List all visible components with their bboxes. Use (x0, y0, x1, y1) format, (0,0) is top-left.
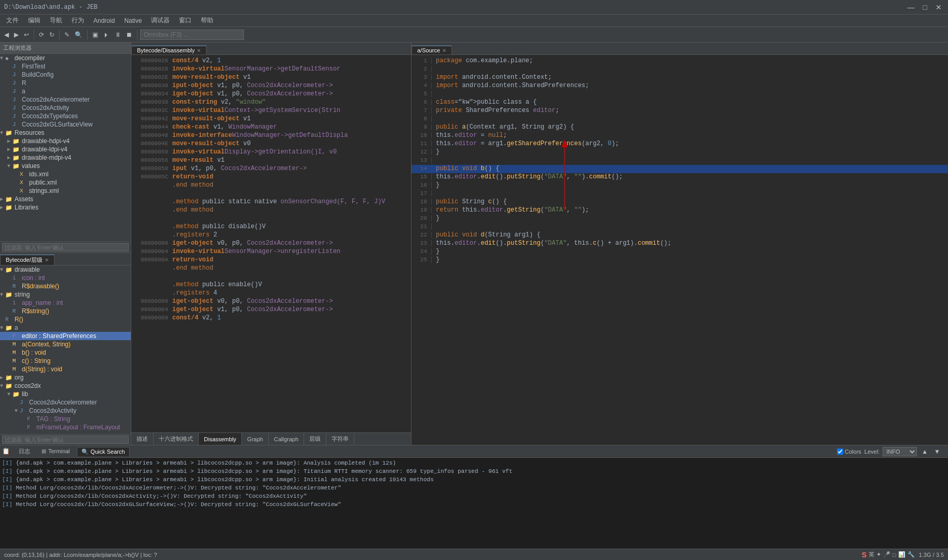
source-line-num: 10 (414, 132, 432, 138)
tree-item-icon: i (12, 300, 21, 306)
tree-item[interactable]: Xids.xml (0, 170, 131, 178)
bytecode-bottom-tab-3[interactable]: Graph (242, 433, 269, 445)
hierarchy-tree: ▼📁drawableiicon : intRR$drawable()▼📁stri… (0, 265, 131, 434)
tree-item[interactable]: JBuildConfig (0, 71, 131, 79)
toolbar-btn-8[interactable]: ▣ (90, 30, 100, 39)
bytecode-bottom-tab-2[interactable]: Disassembly (199, 433, 242, 445)
tree-item[interactable]: JCocos2dxAccelerometer (0, 398, 131, 407)
menu-item-文件[interactable]: 文件 (2, 15, 23, 26)
tree-item[interactable]: ▶📁drawable-hdpi-v4 (0, 137, 131, 145)
menu-item-行为[interactable]: 行为 (67, 15, 88, 26)
tree-item[interactable]: ▼◈decompiler (0, 54, 131, 62)
tree-item[interactable]: RR$drawable() (0, 282, 131, 290)
log-level-select[interactable]: INFODEBUGWARNERROR (883, 447, 917, 456)
tree-item[interactable]: Xpublic.xml (0, 178, 131, 187)
tree-item[interactable]: ▼📁string (0, 290, 131, 299)
toolbar-btn-1[interactable]: ◀ (2, 30, 11, 39)
tree-item[interactable]: FTAG : String (0, 415, 131, 423)
tree-item-label: FirstTest (22, 63, 45, 70)
tree-item[interactable]: Ja (0, 87, 131, 95)
tree-item[interactable]: ▼📁cocos2dx (0, 382, 131, 390)
tree-item[interactable]: JR (0, 79, 131, 87)
tree-item[interactable]: Xstrings.xml (0, 187, 131, 195)
source-code-area[interactable]: 1package com.example.plane;2 3import and… (411, 55, 948, 445)
tab-bytecode-close[interactable]: ✕ (197, 48, 201, 53)
tree-item[interactable]: ▼📁lib (0, 390, 131, 398)
bytecode-bottom-tab-1[interactable]: 十六进制格式 (154, 433, 199, 445)
tree-item[interactable]: ▼📁Resources (0, 129, 131, 137)
colors-checkbox[interactable] (837, 449, 843, 455)
tree-item[interactable]: ▶📁drawable-ldpi-v4 (0, 145, 131, 153)
toolbar-btn-5[interactable]: ↻ (47, 30, 57, 39)
tab-hierarchy-close[interactable]: ✕ (45, 257, 49, 263)
source-line-num: 15 (414, 174, 432, 180)
close-button[interactable]: ✕ (933, 3, 944, 11)
menu-item-窗口[interactable]: 窗口 (175, 15, 196, 26)
bytecode-bottom-tab-4[interactable]: Callgraph (269, 433, 304, 445)
tree-item[interactable]: ▶📁Assets (0, 195, 131, 203)
tree-item[interactable]: Mc() : String (0, 357, 131, 365)
tab-hierarchy[interactable]: Bytecode/层级 ✕ (0, 255, 54, 265)
omnibox-input[interactable] (140, 30, 244, 40)
hierarchy-filter-input[interactable] (2, 436, 129, 444)
bottom-tab-1[interactable]: ⊞Terminal (37, 446, 75, 456)
tree-item[interactable]: JCocos2dxTypefaces (0, 112, 131, 120)
tree-item[interactable]: ▼JCocos2dxActivity (0, 407, 131, 415)
tree-item[interactable]: ▶📁drawable-mdpi-v4 (0, 153, 131, 162)
toolbar-btn-11[interactable]: ⏹ (124, 30, 134, 39)
tab-bytecode[interactable]: Bytecode/Disassembly ✕ (131, 46, 207, 54)
tree-item[interactable]: Mb() : void (0, 348, 131, 357)
bytecode-line: 00000038const-string v2, "window" (131, 99, 411, 107)
log-scroll-down[interactable]: ▼ (932, 447, 942, 456)
tree-item[interactable]: ▶📁org (0, 373, 131, 382)
menu-item-Native[interactable]: Native (120, 16, 146, 25)
tree-item-label: Assets (15, 195, 33, 203)
bytecode-addr: 00000004 (133, 306, 172, 313)
tree-item[interactable]: Ma(Context, String) (0, 340, 131, 348)
tree-item[interactable]: JCocos2dxActivity (0, 104, 131, 112)
bottom-tab-2[interactable]: 🔍Quick Search (77, 447, 130, 456)
tree-item[interactable]: iapp_name : int (0, 299, 131, 307)
log-area[interactable]: [I] {and.apk > com.example.plane > Libra… (0, 458, 948, 549)
bytecode-bottom-tab-0[interactable]: 描述 (131, 433, 154, 445)
bytecode-bottom-tab-5[interactable]: 层级 (304, 433, 326, 445)
tree-item-icon: J (20, 408, 28, 414)
bytecode-code-area[interactable]: 00000026const/4 v2, 100000028invoke-virt… (131, 55, 411, 432)
tree-item[interactable]: RR$string() (0, 307, 131, 315)
bottom-tab-0[interactable]: 日志 (14, 446, 35, 457)
tree-item[interactable]: JFirstTest (0, 62, 131, 71)
tab-source-close[interactable]: ✕ (442, 48, 446, 53)
tree-item[interactable]: Md(String) : void (0, 365, 131, 373)
minimize-button[interactable]: — (905, 3, 917, 11)
menu-item-调试器[interactable]: 调试器 (147, 15, 174, 26)
tab-source[interactable]: a/Source ✕ (411, 46, 452, 54)
source-line-num: 8 (414, 116, 432, 122)
toolbar-btn-7[interactable]: 🔍 (73, 30, 85, 39)
log-scroll-up[interactable]: ▲ (920, 447, 929, 456)
tree-item[interactable]: Feditor : SharedPreferences (0, 332, 131, 340)
tree-item[interactable]: RR() (0, 315, 131, 324)
toolbar-btn-3[interactable]: ↩ (22, 30, 31, 39)
toolbar-btn-6[interactable]: ✎ (62, 30, 72, 39)
tree-item[interactable]: JCocos2dxAccelerometer (0, 95, 131, 104)
toolbar-btn-2[interactable]: ▶ (12, 30, 21, 39)
toolbar-btn-10[interactable]: ⏸ (113, 30, 123, 39)
tree-item[interactable]: ▼📁values (0, 162, 131, 170)
tree-item[interactable]: ▼📁a (0, 324, 131, 332)
tree-item[interactable]: ▼📁drawable (0, 265, 131, 274)
toolbar-btn-9[interactable]: ⏵ (101, 30, 112, 39)
tree-item[interactable]: ▶📁Libraries (0, 203, 131, 212)
menu-item-导航[interactable]: 导航 (46, 15, 66, 26)
maximize-button[interactable]: □ (921, 3, 929, 11)
tree-item[interactable]: iicon : int (0, 274, 131, 282)
bytecode-content: .method public static native onSensorCha… (172, 198, 386, 205)
tree-item[interactable]: FmFrameLayout : FrameLayout (0, 423, 131, 431)
tree-item[interactable]: JCocos2dxGLSurfaceView (0, 120, 131, 129)
menu-item-Android[interactable]: Android (89, 16, 119, 25)
menu-item-编辑[interactable]: 编辑 (24, 15, 45, 26)
bytecode-bottom-tab-6[interactable]: 字符串 (326, 433, 354, 445)
menu-item-帮助[interactable]: 帮助 (197, 15, 217, 26)
project-filter-input[interactable] (2, 243, 129, 251)
source-line-num: 5 (414, 91, 432, 97)
toolbar-btn-4[interactable]: ⟳ (37, 30, 46, 39)
